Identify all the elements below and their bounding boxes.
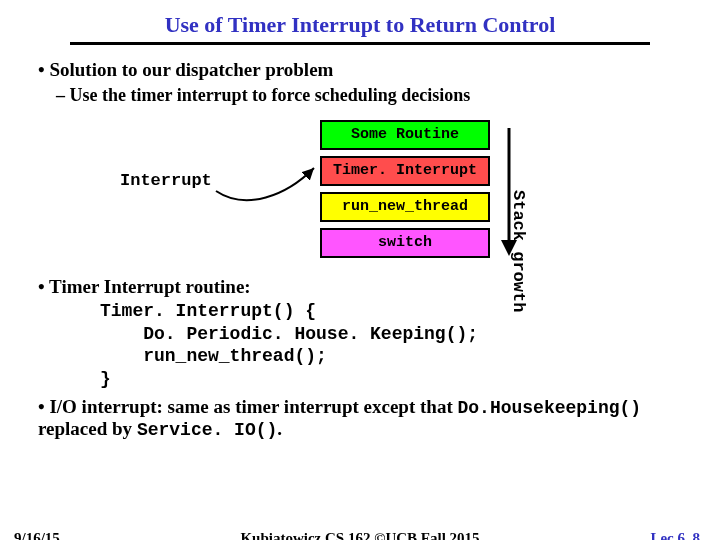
interrupt-label: Interrupt	[120, 171, 212, 190]
io-code2: Service. IO()	[137, 420, 277, 440]
box-run-new-thread: run_new_thread	[320, 192, 490, 222]
io-text-end: .	[277, 418, 282, 439]
box-some-routine: Some Routine	[320, 120, 490, 150]
bullet-solution: Solution to our dispatcher problem	[38, 59, 690, 81]
stack-diagram: Interrupt Some Routine Timer. Interrupt …	[30, 116, 690, 276]
slide-title: Use of Timer Interrupt to Return Control	[70, 12, 650, 45]
box-switch: switch	[320, 228, 490, 258]
stack-growth-label: Stack growth	[509, 190, 528, 312]
bullet-io-interrupt: I/O interrupt: same as timer interrupt e…	[38, 396, 690, 440]
io-text-pre: I/O interrupt: same as timer interrupt e…	[49, 396, 457, 417]
bullet-use-timer: Use the timer interrupt to force schedul…	[56, 85, 690, 106]
box-timer-interrupt: Timer. Interrupt	[320, 156, 490, 186]
interrupt-arrow-icon	[206, 156, 324, 216]
io-code1: Do.Housekeeping()	[457, 398, 641, 418]
code-block: Timer. Interrupt() { Do. Periodic. House…	[100, 300, 690, 390]
footer-course: Kubiatowicz CS 162 ©UCB Fall 2015	[0, 530, 720, 540]
io-text-mid: replaced by	[38, 418, 137, 439]
footer-lecture: Lec 6. 8	[650, 530, 700, 540]
bullet-timer-routine: Timer Interrupt routine:	[38, 276, 690, 298]
